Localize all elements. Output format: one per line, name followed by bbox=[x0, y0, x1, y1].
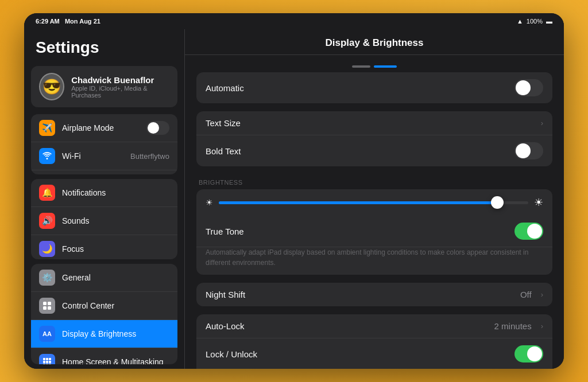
automatic-label: Automatic bbox=[206, 83, 508, 93]
controlcenter-label: Control Center bbox=[62, 301, 169, 310]
general-icon: ⚙️ bbox=[39, 270, 55, 286]
notifications-label: Notifications bbox=[62, 188, 169, 197]
time: 6:29 AM bbox=[36, 18, 60, 25]
brightness-slider[interactable] bbox=[219, 201, 528, 204]
sidebar-item-focus[interactable]: 🌙 Focus bbox=[31, 235, 177, 259]
user-subtitle: Apple ID, iCloud+, Media & Purchases bbox=[71, 85, 169, 99]
wifi-icon: ▲ bbox=[517, 18, 523, 25]
autolock-value: 2 minutes bbox=[494, 321, 532, 331]
scroll-dot-light bbox=[352, 65, 370, 68]
svg-rect-4 bbox=[43, 358, 45, 360]
sidebar-item-bluetooth[interactable]: Bluetooth On bbox=[31, 170, 177, 174]
brightness-header: BRIGHTNESS bbox=[196, 174, 552, 189]
svg-rect-3 bbox=[48, 306, 51, 310]
sounds-icon: 🔊 bbox=[39, 213, 55, 229]
svg-rect-12 bbox=[49, 364, 51, 364]
automatic-toggle[interactable] bbox=[514, 79, 543, 96]
svg-rect-11 bbox=[46, 364, 48, 364]
nightshift-value: Off bbox=[520, 290, 532, 299]
boldtext-label: Bold Text bbox=[206, 146, 508, 156]
date: Mon Aug 21 bbox=[65, 18, 100, 25]
truetone-label: True Tone bbox=[206, 227, 508, 236]
panel-title: Display & Brightness bbox=[185, 29, 564, 55]
automatic-group: Automatic bbox=[196, 72, 552, 103]
lockunlock-toggle[interactable] bbox=[514, 345, 543, 362]
truetone-toggle[interactable] bbox=[514, 223, 543, 240]
nightshift-chevron: › bbox=[541, 290, 543, 299]
sidebar-item-wifi[interactable]: Wi-Fi Butterflytwo bbox=[31, 142, 177, 170]
airplane-toggle[interactable] bbox=[146, 121, 169, 135]
network-group: ✈️ Airplane Mode Wi-Fi Butterflytwo bbox=[31, 114, 177, 174]
status-bar: 6:29 AM Mon Aug 21 ▲ 100% ▬ bbox=[24, 13, 564, 29]
user-profile[interactable]: 😎 Chadwick Buenaflor Apple ID, iCloud+, … bbox=[31, 66, 177, 107]
airplane-icon: ✈️ bbox=[39, 120, 55, 136]
autolock-chevron: › bbox=[541, 322, 543, 330]
panel-content: Automatic Text Size › Bold Text bbox=[185, 55, 564, 369]
detail-panel: Display & Brightness Automatic bbox=[185, 29, 564, 369]
svg-rect-7 bbox=[43, 361, 45, 363]
brightness-low-icon: ☀ bbox=[206, 198, 213, 207]
svg-rect-5 bbox=[46, 358, 48, 360]
brightness-row[interactable]: ☀ ☀ bbox=[196, 189, 552, 216]
boldtext-toggle[interactable] bbox=[514, 142, 543, 159]
svg-rect-10 bbox=[43, 364, 45, 364]
main-content: Settings 😎 Chadwick Buenaflor Apple ID, … bbox=[24, 29, 564, 369]
sidebar-item-notifications[interactable]: 🔔 Notifications bbox=[31, 179, 177, 207]
battery-label: 100% bbox=[527, 18, 543, 25]
sidebar: Settings 😎 Chadwick Buenaflor Apple ID, … bbox=[24, 29, 185, 369]
status-time-date: 6:29 AM Mon Aug 21 bbox=[36, 18, 100, 25]
truetone-row[interactable]: True Tone bbox=[196, 216, 552, 247]
displaybrightness-icon: AA bbox=[39, 326, 55, 342]
automatic-row[interactable]: Automatic bbox=[196, 72, 552, 103]
wifi-value: Butterflytwo bbox=[130, 152, 169, 161]
nightshift-group: Night Shift Off › bbox=[196, 283, 552, 306]
brightness-fill bbox=[219, 201, 497, 204]
sidebar-item-general[interactable]: ⚙️ General bbox=[31, 264, 177, 292]
battery-icon: ▬ bbox=[546, 18, 552, 25]
sidebar-item-sounds[interactable]: 🔊 Sounds bbox=[31, 207, 177, 235]
brightness-high-icon: ☀ bbox=[534, 196, 543, 209]
notifications-group: 🔔 Notifications 🔊 Sounds 🌙 Focus ⏱ Scree… bbox=[31, 179, 177, 259]
textsize-label: Text Size bbox=[206, 118, 532, 128]
sidebar-item-homescreen[interactable]: Home Screen & Multitasking bbox=[31, 348, 177, 364]
system-group: ⚙️ General Control Center bbox=[31, 264, 177, 364]
textsize-row[interactable]: Text Size › bbox=[196, 111, 552, 135]
displaybrightness-label: Display & Brightness bbox=[62, 329, 169, 338]
avatar: 😎 bbox=[39, 73, 64, 100]
brightness-group: ☀ ☀ True Tone Automatically adapt iPad d… bbox=[196, 189, 552, 275]
svg-rect-9 bbox=[49, 361, 51, 363]
autolock-row[interactable]: Auto-Lock 2 minutes › bbox=[196, 314, 552, 338]
general-label: General bbox=[62, 273, 169, 282]
airplane-label: Airplane Mode bbox=[62, 123, 140, 132]
ipad-frame: 6:29 AM Mon Aug 21 ▲ 100% ▬ Settings 😎 C… bbox=[24, 13, 564, 369]
sidebar-item-controlcenter[interactable]: Control Center bbox=[31, 292, 177, 320]
boldtext-row[interactable]: Bold Text bbox=[196, 135, 552, 166]
wifi-label: Wi-Fi bbox=[62, 151, 123, 161]
sidebar-item-airplane[interactable]: ✈️ Airplane Mode bbox=[31, 114, 177, 142]
text-group: Text Size › Bold Text bbox=[196, 111, 552, 166]
lockunlock-row[interactable]: Lock / Unlock bbox=[196, 338, 552, 369]
lock-group: Auto-Lock 2 minutes › Lock / Unlock Auto… bbox=[196, 314, 552, 369]
nightshift-row[interactable]: Night Shift Off › bbox=[196, 283, 552, 306]
settings-title: Settings bbox=[24, 29, 184, 63]
wifi-icon bbox=[39, 148, 55, 164]
truetone-desc: Automatically adapt iPad display based o… bbox=[196, 247, 552, 275]
nightshift-label: Night Shift bbox=[206, 290, 513, 299]
homescreen-icon bbox=[39, 354, 55, 364]
sidebar-item-displaybrightness[interactable]: AA Display & Brightness bbox=[31, 320, 177, 348]
svg-rect-6 bbox=[49, 358, 51, 360]
notifications-icon: 🔔 bbox=[39, 185, 55, 201]
user-info: Chadwick Buenaflor Apple ID, iCloud+, Me… bbox=[71, 75, 169, 99]
homescreen-label: Home Screen & Multitasking bbox=[62, 357, 169, 364]
textsize-chevron: › bbox=[541, 119, 543, 127]
svg-rect-8 bbox=[46, 361, 48, 363]
svg-rect-1 bbox=[48, 302, 51, 305]
svg-rect-2 bbox=[43, 306, 47, 310]
brightness-thumb[interactable] bbox=[491, 196, 504, 209]
focus-icon: 🌙 bbox=[39, 241, 55, 257]
scroll-dots bbox=[352, 65, 397, 68]
user-name: Chadwick Buenaflor bbox=[71, 75, 169, 85]
scroll-dot-dark bbox=[374, 65, 397, 68]
lockunlock-label: Lock / Unlock bbox=[206, 349, 508, 359]
appearance-scroll bbox=[196, 61, 552, 72]
